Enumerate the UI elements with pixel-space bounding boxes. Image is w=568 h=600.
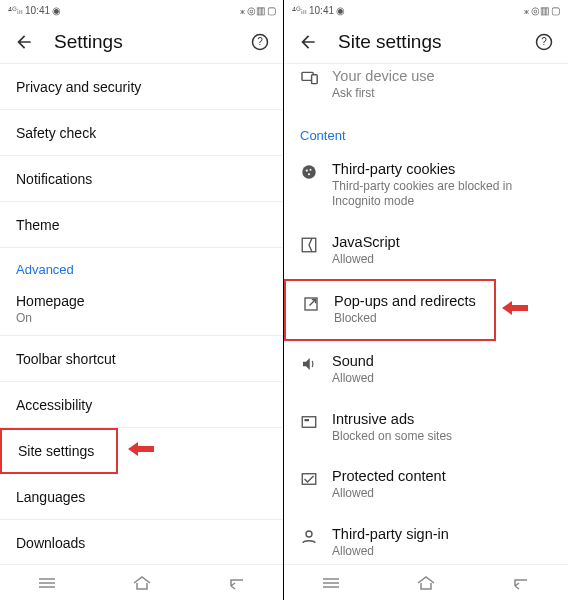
row-downloads[interactable]: Downloads [0, 520, 284, 564]
clock: 10:41 [309, 5, 334, 16]
clock: 10:41 [25, 5, 50, 16]
svg-point-20 [306, 531, 312, 537]
person-icon [300, 528, 318, 546]
system-navbar [0, 564, 284, 600]
row-sublabel: On [16, 311, 85, 325]
nav-home-button[interactable] [127, 573, 157, 593]
row-homepage[interactable]: Homepage On [0, 283, 284, 336]
row-label: Notifications [16, 171, 92, 187]
screen-site-settings: ⁴ᴳᵢₗₗ 10:41 ◉ ⁎ ◎▥ ▢ Site settings ? You… [284, 0, 568, 600]
nav-recent-button[interactable] [316, 573, 346, 593]
svg-rect-17 [302, 416, 316, 427]
row-label: Your device use [332, 68, 552, 84]
row-label: Sound [332, 353, 552, 369]
signal-icon: ⁴ᴳᵢₗₗ [292, 5, 307, 16]
svg-rect-9 [312, 75, 318, 84]
signal-icon: ⁴ᴳᵢₗₗ [8, 5, 23, 16]
svg-text:?: ? [257, 36, 263, 47]
row-toolbar-shortcut[interactable]: Toolbar shortcut [0, 336, 284, 382]
svg-point-10 [302, 165, 316, 179]
ads-icon [300, 413, 318, 431]
row-site-settings[interactable]: Site settings [0, 428, 118, 474]
annotation-arrow-icon [502, 299, 528, 321]
row-label: Languages [16, 489, 85, 505]
nav-back-button[interactable] [506, 573, 536, 593]
row-third-party-signin[interactable]: Third-party sign-in Allowed [284, 514, 568, 564]
row-languages[interactable]: Languages [0, 474, 284, 520]
row-label: Intrusive ads [332, 411, 552, 427]
battery-icon: ▢ [267, 5, 276, 16]
row-label: Safety check [16, 125, 96, 141]
row-javascript[interactable]: JavaScript Allowed [284, 222, 568, 280]
svg-point-11 [306, 169, 308, 171]
nav-back-button[interactable] [222, 573, 252, 593]
appbar: Site settings ? [284, 20, 568, 64]
section-advanced: Advanced [0, 248, 284, 283]
misc-icon: ◎▥ [247, 5, 265, 16]
statusbar: ⁴ᴳᵢₗₗ 10:41 ◉ ⁎ ◎▥ ▢ [0, 0, 284, 20]
help-button[interactable]: ? [532, 30, 556, 54]
battery-icon: ▢ [551, 5, 560, 16]
row-label: Accessibility [16, 397, 92, 413]
row-label: Site settings [18, 443, 94, 459]
page-title: Site settings [338, 31, 532, 53]
sound-icon [300, 355, 318, 373]
row-sublabel: Allowed [332, 371, 552, 387]
protected-icon [300, 470, 318, 488]
nav-home-button[interactable] [411, 573, 441, 593]
row-sublabel: Third-party cookies are blocked in Incog… [332, 179, 552, 210]
svg-point-13 [308, 173, 310, 175]
misc-icon: ◎▥ [531, 5, 549, 16]
back-button[interactable] [12, 30, 36, 54]
svg-text:?: ? [541, 36, 547, 47]
system-navbar [284, 564, 568, 600]
row-label: Third-party sign-in [332, 526, 552, 542]
row-label: Theme [16, 217, 60, 233]
cookie-icon [300, 163, 318, 181]
bluetooth-icon: ⁎ [240, 5, 245, 16]
row-label: Homepage [16, 293, 85, 309]
row-theme[interactable]: Theme [0, 202, 284, 248]
help-button[interactable]: ? [248, 30, 272, 54]
row-notifications[interactable]: Notifications [0, 156, 284, 202]
annotation-arrow-icon [128, 440, 154, 462]
svg-point-12 [310, 168, 312, 170]
row-label: Toolbar shortcut [16, 351, 116, 367]
section-content: Content [284, 114, 568, 149]
row-sublabel: Ask first [332, 86, 552, 102]
row-safety-check[interactable]: Safety check [0, 110, 284, 156]
row-label: Privacy and security [16, 79, 141, 95]
row-label: Protected content [332, 468, 552, 484]
javascript-icon [300, 236, 318, 254]
row-sublabel: Blocked on some sites [332, 429, 552, 445]
row-sublabel: Allowed [332, 486, 552, 502]
row-device-use[interactable]: Your device use Ask first [284, 64, 568, 114]
screen-settings: ⁴ᴳᵢₗₗ 10:41 ◉ ⁎ ◎▥ ▢ Settings ? Privacy … [0, 0, 284, 600]
svg-rect-19 [302, 474, 316, 485]
open-in-new-icon [302, 295, 320, 313]
row-protected-content[interactable]: Protected content Allowed [284, 456, 568, 514]
bluetooth-icon: ⁎ [524, 5, 529, 16]
row-intrusive-ads[interactable]: Intrusive ads Blocked on some sites [284, 399, 568, 457]
camera-icon: ◉ [52, 5, 61, 16]
row-label: JavaScript [332, 234, 552, 250]
settings-list: Privacy and security Safety check Notifi… [0, 64, 284, 564]
row-popups-redirects[interactable]: Pop-ups and redirects Blocked [284, 279, 496, 341]
svg-rect-18 [305, 419, 310, 421]
row-third-party-cookies[interactable]: Third-party cookies Third-party cookies … [284, 149, 568, 222]
page-title: Settings [54, 31, 248, 53]
row-privacy-security[interactable]: Privacy and security [0, 64, 284, 110]
row-sublabel: Allowed [332, 252, 552, 268]
site-settings-list: Your device use Ask first Content Third-… [284, 64, 568, 564]
devices-icon [300, 70, 320, 86]
svg-marker-16 [502, 301, 528, 315]
nav-recent-button[interactable] [32, 573, 62, 593]
row-accessibility[interactable]: Accessibility [0, 382, 284, 428]
camera-icon: ◉ [336, 5, 345, 16]
back-button[interactable] [296, 30, 320, 54]
row-label: Downloads [16, 535, 85, 551]
svg-marker-2 [128, 442, 154, 456]
row-label: Pop-ups and redirects [334, 293, 478, 309]
row-label: Third-party cookies [332, 161, 552, 177]
row-sound[interactable]: Sound Allowed [284, 341, 568, 399]
